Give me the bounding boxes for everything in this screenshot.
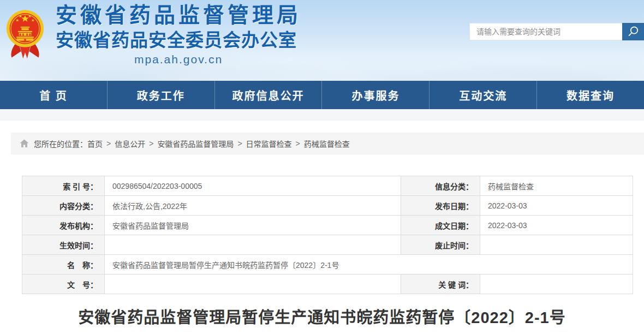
meta-label-effective-time: 生效时间： bbox=[22, 235, 105, 255]
nav-item-home[interactable]: 首 页 bbox=[0, 81, 108, 109]
breadcrumb-item-home[interactable]: 首页 bbox=[87, 138, 103, 149]
meta-label-written-date: 成文日期： bbox=[401, 216, 480, 235]
meta-label-info-class: 信息分类： bbox=[401, 176, 480, 196]
meta-label-repeal-time: 废止时间： bbox=[401, 235, 480, 255]
brand-text: 安徽省药品监督管理局 安徽省药品安全委员会办公室 mpa.ah.gov.cn bbox=[56, 3, 301, 66]
nav-item-info-public[interactable]: 政府信息公开 bbox=[215, 81, 323, 109]
meta-value-name: 安徽省药品监督管理局暂停生产通知书皖药监药暂停〔2022〕2-1号 bbox=[105, 255, 633, 275]
table-row: 生效时间： 废止时间： bbox=[22, 235, 633, 255]
site-subtitle: 安徽省药品安全委员会办公室 bbox=[56, 29, 301, 51]
search-input[interactable] bbox=[469, 23, 622, 40]
nav-item-data-query[interactable]: 数据查询 bbox=[537, 81, 644, 109]
meta-label-index-no: 索 引 号： bbox=[22, 176, 105, 196]
meta-value-content-class: 依法行政,公告,2022年 bbox=[105, 196, 401, 216]
page-title: 安徽省药品监督管理局暂停生产通知书皖药监药暂停〔2022〕2-1号 bbox=[0, 305, 644, 327]
meta-label-publisher: 发布机构： bbox=[22, 216, 105, 235]
search-icon bbox=[627, 25, 640, 38]
breadcrumb-separator: > bbox=[237, 139, 242, 148]
meta-value-keywords bbox=[480, 275, 633, 294]
table-row: 索 引 号： 002986504/202203-00005 信息分类： 药械监督… bbox=[22, 176, 633, 196]
table-row: 内容分类： 依法行政,公告,2022年 发布日期： 2022-03-03 bbox=[22, 196, 633, 216]
site-url: mpa.ah.gov.cn bbox=[56, 53, 301, 66]
national-emblem-icon bbox=[5, 4, 45, 61]
search-box bbox=[469, 23, 644, 40]
meta-label-content-class: 内容分类： bbox=[22, 196, 105, 216]
site-header: 安徽省药品监督管理局 安徽省药品安全委员会办公室 mpa.ah.gov.cn bbox=[0, 0, 644, 81]
table-row: 名 称： 安徽省药品监督管理局暂停生产通知书皖药监药暂停〔2022〕2-1号 bbox=[22, 255, 633, 275]
table-row: 发布机构： 安徽省药品监督管理局 成文日期： 2022-03-03 bbox=[22, 216, 633, 235]
breadcrumb-separator: > bbox=[149, 139, 153, 148]
meta-value-publisher: 安徽省药品监督管理局 bbox=[105, 216, 401, 235]
meta-label-keywords: 关 键 词： bbox=[401, 275, 480, 294]
meta-value-info-class: 药械监督检查 bbox=[480, 176, 633, 196]
nav-shadow-strip bbox=[0, 109, 644, 121]
search-button[interactable] bbox=[622, 23, 644, 40]
nav-item-interact[interactable]: 互动交流 bbox=[430, 81, 537, 109]
home-icon bbox=[20, 139, 29, 148]
breadcrumb-item-device-inspection[interactable]: 药械监督检查 bbox=[304, 138, 350, 149]
breadcrumb-item-info-public[interactable]: 信息公开 bbox=[115, 138, 145, 149]
site-title: 安徽省药品监督管理局 bbox=[56, 3, 301, 27]
meta-value-doc-no bbox=[105, 275, 401, 294]
meta-label-doc-no: 文 号： bbox=[22, 275, 105, 294]
breadcrumb-item-agency[interactable]: 安徽省药品监督管理局 bbox=[157, 138, 234, 149]
meta-value-repeal-time bbox=[480, 235, 633, 255]
meta-value-effective-time bbox=[105, 235, 401, 255]
meta-value-index-no: 002986504/202203-00005 bbox=[105, 176, 401, 196]
document-meta-table: 索 引 号： 002986504/202203-00005 信息分类： 药械监督… bbox=[22, 176, 633, 294]
meta-label-name: 名 称： bbox=[22, 255, 105, 275]
main-nav: 首 页 政务工作 政府信息公开 办事服务 互动交流 数据查询 bbox=[0, 81, 644, 109]
breadcrumb: 您所在的位置： 首页 > 信息公开 > 安徽省药品监督管理局 > 日常监督检查 … bbox=[11, 133, 644, 154]
meta-value-publish-date: 2022-03-03 bbox=[480, 196, 633, 216]
breadcrumb-prefix: 您所在的位置： bbox=[34, 138, 87, 149]
site-logo-link[interactable]: 安徽省药品监督管理局 安徽省药品安全委员会办公室 mpa.ah.gov.cn bbox=[5, 3, 301, 66]
nav-item-work[interactable]: 政务工作 bbox=[108, 81, 215, 109]
breadcrumb-separator: > bbox=[296, 139, 300, 148]
meta-label-publish-date: 发布日期： bbox=[401, 196, 480, 216]
meta-value-written-date: 2022-03-03 bbox=[480, 216, 633, 235]
nav-item-services[interactable]: 办事服务 bbox=[322, 81, 430, 109]
table-row: 文 号： 关 键 词： bbox=[22, 275, 633, 294]
breadcrumb-item-daily-inspection[interactable]: 日常监督检查 bbox=[246, 138, 292, 149]
breadcrumb-separator: > bbox=[106, 139, 111, 148]
